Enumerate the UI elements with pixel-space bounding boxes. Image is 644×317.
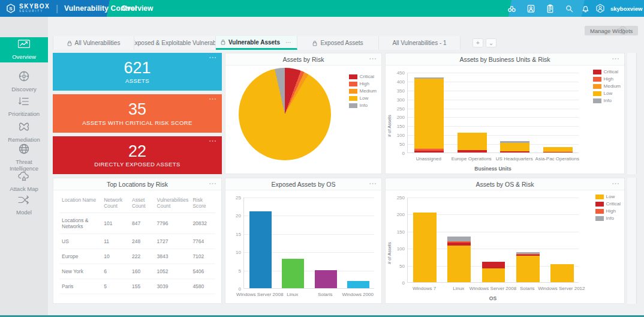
username-label[interactable]: skyboxview: [610, 5, 642, 12]
legend-color-chip: [349, 103, 357, 108]
bar-segment-critical[interactable]: [516, 255, 540, 256]
bar-segment-low[interactable]: [414, 79, 444, 148]
column-header-network-count[interactable]: Network Count: [101, 193, 130, 213]
bar-segment-critical[interactable]: [482, 262, 505, 268]
table-cell: 6: [101, 264, 130, 279]
tab-dropdown-button[interactable]: ⌄: [486, 38, 496, 47]
bar-segment-low[interactable]: [482, 268, 505, 282]
legend-item-low[interactable]: Low: [595, 194, 621, 199]
legend-item-info[interactable]: Info: [349, 103, 377, 108]
threat-intelligence-icon: [18, 143, 30, 157]
legend-item-critical[interactable]: Critical: [595, 201, 621, 207]
bar-segment-low[interactable]: [550, 264, 574, 282]
legend-item-critical[interactable]: Critical: [349, 74, 377, 79]
sidebar-item-threat-intelligence[interactable]: Threat Intelligence: [0, 144, 48, 171]
column-header-asset-count[interactable]: Asset Count: [130, 193, 155, 213]
widget-menu-icon[interactable]: ⋯: [612, 54, 620, 63]
kpi-card-assets[interactable]: ⋯621ASSETS: [53, 53, 222, 91]
tab-vulnerable-assets[interactable]: Vulnerable Assets⋯: [216, 36, 297, 50]
legend-item-low[interactable]: Low: [593, 91, 621, 96]
column-header-risk-score[interactable]: Risk Score: [190, 193, 215, 213]
widget-header: Assets by Business Units & Risk⋯: [386, 53, 624, 65]
legend-color-chip: [593, 70, 601, 74]
table-row[interactable]: Paris515530394580: [59, 279, 215, 294]
bar-segment-low[interactable]: [447, 246, 471, 282]
widget-menu-icon[interactable]: ⋯: [369, 54, 377, 63]
sidebar-item-model[interactable]: Model: [0, 193, 48, 217]
pie-chart-assets-by-risk[interactable]: [239, 68, 331, 160]
legend-item-high[interactable]: High: [595, 208, 621, 214]
widget-menu-icon[interactable]: ⋯: [612, 179, 620, 188]
bar-segment-low[interactable]: [413, 213, 437, 282]
legend-item-critical[interactable]: Critical: [593, 69, 621, 74]
table-cell: 4580: [190, 279, 215, 294]
bar-segment-high[interactable]: [414, 148, 444, 151]
tab-all-vulnerabilities[interactable]: All Vulnerabilities: [53, 36, 134, 50]
kpi-card-assets-with-critical-risk-score[interactable]: ⋯35ASSETS WITH CRITICAL RISK SCORE: [53, 94, 222, 132]
table-row[interactable]: Europe1022238437102: [59, 249, 215, 264]
help-icon[interactable]: ?: [619, 26, 627, 34]
tab-all-vulnerabilities-1[interactable]: All Vulnerabilities - 1: [379, 36, 461, 50]
tab-exposed-assets[interactable]: Exposed Assets: [297, 36, 379, 50]
legend-item-info[interactable]: Info: [595, 216, 621, 221]
sidebar-item-attack-map[interactable]: Attack Map: [0, 169, 48, 195]
widget-exposed-assets-by-os: Exposed Assets by OS⋯0510152025Windows S…: [225, 178, 382, 304]
widget-menu-icon[interactable]: ⋯: [209, 94, 217, 103]
table-row[interactable]: US1124817277764: [59, 234, 215, 249]
column-header-vulnerabilities-count[interactable]: Vulnerabilities Count: [155, 193, 191, 213]
bar-segment-info[interactable]: [447, 237, 471, 241]
bar[interactable]: [249, 211, 272, 288]
search-icon[interactable]: [564, 4, 574, 13]
legend-item-high[interactable]: High: [349, 81, 377, 86]
legend-label: Info: [606, 216, 614, 221]
user-badge-icon[interactable]: [526, 4, 535, 13]
bell-icon[interactable]: [580, 4, 590, 13]
legend-item-medium[interactable]: Medium: [593, 83, 621, 89]
kpi-card-directly-exposed-assets[interactable]: ⋯22DIRECTLY EXPOSED ASSETS: [53, 136, 222, 174]
tab-menu-icon[interactable]: ⋯: [285, 39, 292, 46]
bar-segment-critical[interactable]: [500, 151, 529, 152]
bar-segment-medium[interactable]: [414, 148, 444, 149]
widget-menu-icon[interactable]: ⋯: [369, 179, 377, 188]
widget-menu-icon[interactable]: ⋯: [209, 53, 217, 62]
legend-item-info[interactable]: Info: [593, 98, 621, 103]
add-tab-button[interactable]: +: [473, 38, 483, 47]
legend-item-low[interactable]: Low: [349, 95, 377, 101]
sidebar-item-overview[interactable]: Overview: [0, 37, 48, 62]
widget-menu-icon[interactable]: ⋯: [209, 179, 217, 188]
manage-widgets-button[interactable]: Manage Widgets: [585, 26, 638, 35]
bar[interactable]: [315, 270, 337, 288]
widget-menu-icon[interactable]: ⋯: [209, 136, 217, 145]
bar-segment-critical[interactable]: [447, 243, 471, 246]
legend-item-high[interactable]: High: [593, 76, 621, 82]
bar-segment-low[interactable]: [500, 143, 529, 151]
sidebar-item-prioritization[interactable]: Prioritization: [0, 95, 48, 119]
binoculars-icon[interactable]: [507, 4, 516, 13]
sidebar-item-remediation[interactable]: Remediation: [0, 120, 48, 144]
widget-header: Assets by OS & Risk⋯: [386, 178, 624, 190]
bar-segment-critical[interactable]: [543, 152, 573, 152]
bar-segment-info[interactable]: [516, 252, 540, 254]
bar-segment-high[interactable]: [516, 254, 540, 255]
bar-segment-critical[interactable]: [414, 151, 444, 152]
brand[interactable]: S SKYBOX SECURITY | Vulnerability Contro…: [6, 0, 137, 17]
bar-segment-high[interactable]: [447, 241, 471, 243]
bar-segment-low[interactable]: [543, 147, 573, 152]
legend-item-medium[interactable]: Medium: [349, 88, 377, 94]
x-tick-label: Windows 7: [413, 286, 436, 291]
bar[interactable]: [282, 259, 304, 288]
sidebar-item-discovery[interactable]: Discovery: [0, 70, 48, 94]
bar[interactable]: [347, 281, 369, 288]
table-row[interactable]: New York616010525406: [59, 264, 215, 279]
column-header-location-name[interactable]: Location Name: [59, 193, 101, 213]
bar-segment-info[interactable]: [414, 77, 444, 79]
bar-segment-low[interactable]: [516, 256, 540, 282]
clipboard-icon[interactable]: [545, 4, 555, 13]
tab-exposed-exploitable-vulnerabiliti[interactable]: Exposed & Exploitable Vulnerabiliti..: [134, 36, 216, 50]
table-row[interactable]: Locations & Networks101847779620832: [59, 213, 215, 234]
table-cell: 3843: [155, 249, 191, 264]
bar-segment-low[interactable]: [458, 133, 487, 150]
bar-segment-info[interactable]: [500, 141, 529, 143]
bar-segment-critical[interactable]: [458, 150, 487, 152]
avatar-hexagon-icon[interactable]: [595, 4, 605, 13]
